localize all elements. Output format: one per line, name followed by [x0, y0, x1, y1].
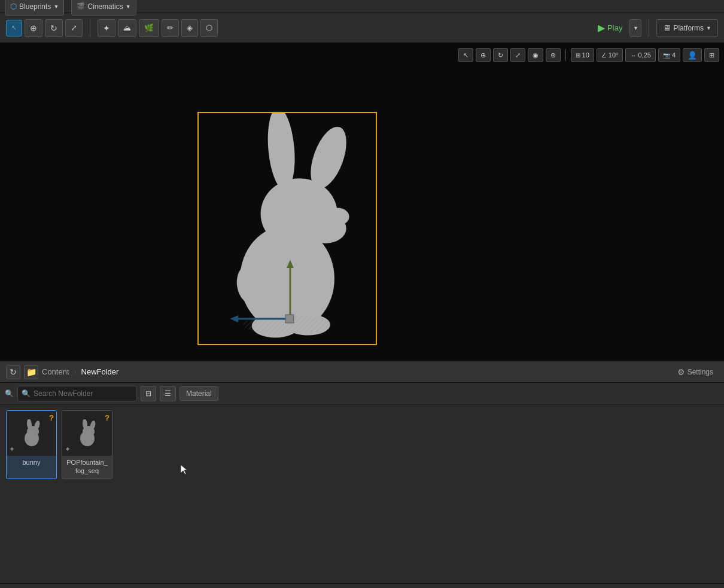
- angle-snap-btn[interactable]: ∠ 10°: [597, 48, 623, 62]
- foliage-tool[interactable]: 🌿: [139, 19, 159, 37]
- play-button[interactable]: ▶ Play: [593, 20, 627, 36]
- snap-icon: ✦: [103, 23, 110, 33]
- scale-vp-icon: ⤢: [515, 51, 521, 59]
- breadcrumb-sep1: ›: [74, 368, 77, 376]
- avatar-btn[interactable]: 👤: [683, 48, 702, 62]
- select-mode-btn[interactable]: ↖: [458, 48, 473, 62]
- svg-marker-14: [230, 315, 238, 322]
- blueprints-icon: ⬡: [10, 2, 17, 11]
- geometry-tool[interactable]: ◈: [181, 19, 198, 37]
- scale-vp-btn[interactable]: ⤢: [510, 48, 525, 62]
- vp-sep1: [565, 49, 566, 61]
- brush-tool[interactable]: ✏: [162, 19, 179, 37]
- move-tool[interactable]: ⊕: [25, 19, 42, 37]
- main-toolbar: ↖ ⊕ ↻ ⤢ ✦ ⛰ 🌿 ✏ ◈ ⬡: [0, 13, 724, 43]
- surface-icon: ◉: [533, 51, 539, 59]
- search-icon: 🔍: [5, 389, 14, 398]
- landscape-tool[interactable]: ⛰: [118, 19, 136, 37]
- settings-label: Settings: [688, 368, 713, 376]
- grid-snap-btn[interactable]: ⊞ 10: [571, 48, 594, 62]
- cursor-icon: ↖: [463, 51, 469, 59]
- search-wrap: 🔍: [17, 386, 137, 401]
- scale-snap-btn[interactable]: ↔ 0,25: [625, 48, 655, 62]
- bunny-svg: [199, 113, 376, 344]
- breadcrumb-newfolder[interactable]: NewFolder: [81, 367, 119, 376]
- back-icon: ↻: [10, 367, 17, 377]
- breadcrumb-content[interactable]: Content: [42, 367, 69, 376]
- mode-tools: ↖ ⊕ ↻ ⤢: [6, 19, 83, 37]
- move-icon: ⊕: [30, 23, 37, 33]
- avatar-icon: 👤: [688, 51, 697, 60]
- asset-item-popfountain[interactable]: ? ✦ POPfountain_fog_seq: [62, 410, 112, 479]
- surface-btn[interactable]: ◉: [528, 48, 543, 62]
- platforms-chevron: ▼: [706, 25, 711, 31]
- merge-tool[interactable]: ⬡: [200, 19, 218, 37]
- content-browser-header: ↻ 📁 Content › NewFolder ⚙ Settings: [0, 361, 724, 383]
- scale-snap-icon: ↔: [630, 52, 636, 59]
- cinematics-chevron: ▼: [126, 4, 131, 10]
- sep2: [649, 19, 649, 37]
- content-area: ? ✦ bunny ? ✦ POPfount: [0, 404, 724, 583]
- folder-icon-btn[interactable]: 📁: [24, 365, 38, 379]
- asset-question-mark2: ?: [105, 413, 109, 422]
- asset-question-mark: ?: [49, 413, 54, 422]
- merge-icon: ⬡: [206, 23, 212, 32]
- cinematics-icon: 🎬: [77, 2, 85, 10]
- bunny-viewport-object: [197, 112, 377, 345]
- svg-point-25: [89, 430, 95, 435]
- select-tool[interactable]: ↖: [6, 20, 22, 36]
- grid-value: 10: [582, 51, 589, 59]
- snap-tool[interactable]: ✦: [98, 19, 115, 37]
- popfountain-thumb-svg: [73, 419, 102, 448]
- asset-label-popfountain: POPfountain_fog_seq: [65, 456, 109, 477]
- grid-layout-icon: ⊞: [709, 51, 714, 59]
- blueprints-menu[interactable]: ⬡ Blueprints ▼: [5, 0, 64, 16]
- settings-button[interactable]: ⚙ Settings: [673, 365, 718, 379]
- bunny-thumb-svg: [17, 419, 46, 448]
- asset-label-bunny: bunny: [22, 456, 42, 468]
- world-btn[interactable]: ⊛: [546, 48, 561, 62]
- rotate-tool[interactable]: ↻: [45, 19, 63, 37]
- svg-rect-15: [285, 315, 294, 323]
- columns-icon: ⊟: [145, 389, 151, 398]
- filter-icon: ☰: [165, 389, 171, 398]
- camera-speed-btn[interactable]: 📷 4: [658, 48, 680, 62]
- folder-icon: 📁: [26, 367, 36, 377]
- svg-point-20: [33, 430, 39, 435]
- search-input[interactable]: [17, 386, 137, 401]
- cinematics-menu[interactable]: 🎬 Cinematics ▼: [71, 0, 136, 16]
- content-toolbar: 🔍 🔍 ⊟ ☰ Material: [0, 383, 724, 404]
- asset-thumb-bunny: ? ✦: [7, 411, 56, 456]
- play-options[interactable]: ▼: [629, 19, 641, 37]
- brush-icon: ✏: [167, 23, 174, 32]
- platforms-label: Platforms: [673, 24, 704, 32]
- translate-btn[interactable]: ⊕: [476, 48, 491, 62]
- rotate-icon: ↻: [50, 23, 57, 33]
- asset-thumb-popfountain: ? ✦: [62, 411, 112, 456]
- snap-tools: ✦ ⛰ 🌿 ✏ ◈ ⬡: [98, 19, 218, 37]
- viewport: ↖ ⊕ ↻ ⤢ ◉ ⊛ ⊞ 10 ∠ 10° ↔ 0,25 📷: [0, 43, 724, 360]
- translate-icon: ⊕: [480, 51, 486, 59]
- world-icon: ⊛: [550, 51, 556, 59]
- viewport-options-btn[interactable]: ⊞: [704, 48, 719, 62]
- svg-point-6: [326, 208, 349, 226]
- play-label: Play: [607, 23, 622, 32]
- platforms-icon: 🖥: [663, 23, 671, 32]
- rotate-vp-btn[interactable]: ↻: [493, 48, 508, 62]
- view-options-btn[interactable]: ⊟: [141, 386, 156, 401]
- filter-options-btn[interactable]: ☰: [160, 386, 176, 401]
- asset-star-icon: ✦: [9, 445, 15, 453]
- platforms-button[interactable]: 🖥 Platforms ▼: [656, 19, 718, 37]
- angle-icon: ∠: [601, 52, 607, 59]
- back-button[interactable]: ↻: [6, 365, 20, 379]
- blueprints-label: Blueprints: [19, 2, 51, 11]
- material-filter-tag[interactable]: Material: [180, 386, 218, 401]
- asset-star-icon2: ✦: [65, 445, 71, 453]
- rotate-vp-icon: ↻: [498, 51, 503, 59]
- sep1: [90, 19, 90, 37]
- asset-item-bunny[interactable]: ? ✦ bunny: [6, 410, 57, 479]
- grid-icon: ⊞: [576, 52, 580, 59]
- geometry-icon: ◈: [187, 23, 193, 32]
- play-icon: ▶: [598, 22, 605, 33]
- scale-tool[interactable]: ⤢: [65, 19, 83, 37]
